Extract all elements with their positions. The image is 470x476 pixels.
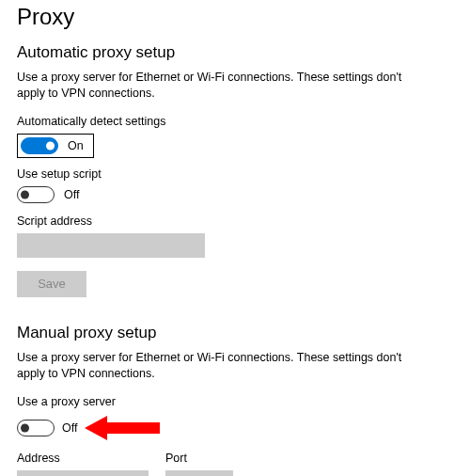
automatic-description: Use a proxy server for Ethernet or Wi-Fi… bbox=[17, 70, 412, 102]
auto-detect-toggle[interactable] bbox=[21, 137, 58, 154]
use-proxy-toggle[interactable] bbox=[17, 420, 55, 436]
toggle-knob-icon bbox=[46, 141, 55, 150]
address-label: Address bbox=[17, 452, 149, 465]
setup-script-toggle[interactable] bbox=[17, 186, 55, 203]
toggle-knob-icon bbox=[21, 423, 29, 432]
use-proxy-label: Use a proxy server bbox=[17, 395, 453, 408]
proxy-settings-page: Proxy Automatic proxy setup Use a proxy … bbox=[0, 0, 470, 476]
auto-detect-state: On bbox=[68, 139, 84, 152]
script-address-label: Script address bbox=[17, 214, 453, 228]
setup-script-label: Use setup script bbox=[17, 167, 453, 181]
page-title: Proxy bbox=[17, 4, 453, 30]
port-label: Port bbox=[165, 452, 233, 465]
setup-script-row: Off bbox=[17, 186, 453, 203]
red-arrow-icon bbox=[85, 414, 160, 442]
save-button[interactable]: Save bbox=[17, 271, 86, 297]
manual-description: Use a proxy server for Ethernet or Wi-Fi… bbox=[17, 350, 412, 382]
port-input[interactable] bbox=[165, 470, 233, 477]
setup-script-state: Off bbox=[64, 188, 79, 201]
toggle-knob-icon bbox=[21, 190, 29, 198]
address-input[interactable] bbox=[17, 470, 149, 477]
auto-detect-highlight: On bbox=[17, 134, 94, 158]
svg-marker-0 bbox=[85, 416, 160, 440]
use-proxy-row: Off bbox=[17, 414, 453, 442]
automatic-heading: Automatic proxy setup bbox=[17, 43, 453, 62]
manual-heading: Manual proxy setup bbox=[17, 324, 453, 342]
auto-detect-label: Automatically detect settings bbox=[17, 115, 453, 128]
address-port-row: Address Port bbox=[17, 452, 453, 477]
use-proxy-state: Off bbox=[62, 421, 77, 435]
script-address-input[interactable] bbox=[17, 233, 205, 258]
